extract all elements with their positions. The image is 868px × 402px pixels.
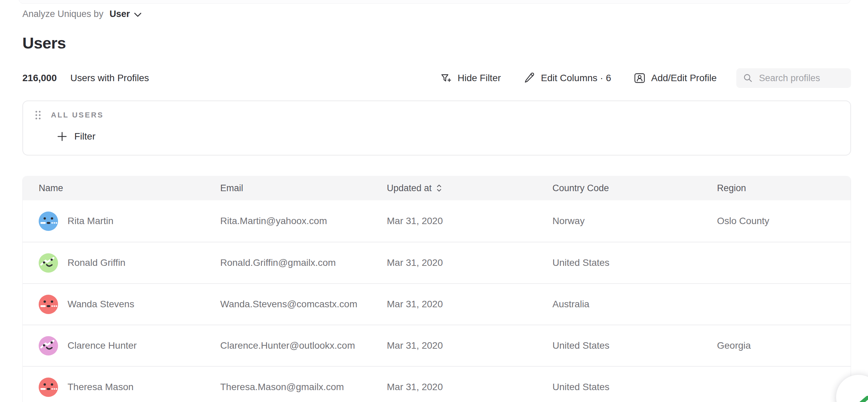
filter-card: ALL USERS Filter (22, 100, 851, 156)
cell-region: Georgia (701, 340, 851, 351)
cell-region: Oslo County (701, 216, 851, 226)
cell-country: Australia (536, 299, 701, 310)
avatar-face-icon (39, 295, 58, 314)
column-header-region[interactable]: Region (701, 183, 851, 194)
add-filter-button[interactable]: Filter (57, 131, 95, 142)
avatar-face-icon (39, 212, 58, 231)
column-header-country-code[interactable]: Country Code (536, 183, 701, 194)
cell-name: Theresa Mason (68, 382, 134, 392)
cell-name-container: Ronald Griffin (23, 253, 204, 273)
filter-group-label: ALL USERS (51, 111, 104, 120)
analyze-uniques-row: Analyze Uniques by User (22, 9, 851, 19)
profile-badge-icon (634, 72, 646, 84)
table-header-row: Name Email Updated at Country Code Regio… (23, 176, 851, 200)
drag-handle[interactable] (35, 110, 42, 120)
analyze-uniques-value: User (110, 9, 130, 19)
avatar-face-icon (39, 253, 58, 273)
cell-name: Rita Martin (68, 216, 113, 226)
search-profiles-box[interactable] (736, 68, 851, 88)
cell-updated: Mar 31, 2020 (371, 216, 536, 226)
cell-email: Theresa.Mason@gmailx.com (204, 382, 371, 392)
table-row[interactable]: Theresa Mason Theresa.Mason@gmailx.com M… (23, 366, 851, 402)
table-row[interactable]: Clarence Hunter Clarence.Hunter@outlookx… (23, 325, 851, 366)
cell-name: Ronald Griffin (68, 257, 126, 268)
cell-name-container: Wanda Stevens (23, 295, 204, 314)
edit-columns-label: Edit Columns · 6 (541, 73, 611, 84)
user-avatar (39, 336, 58, 355)
drag-handle-icon (35, 110, 42, 120)
cell-name-container: Clarence Hunter (23, 336, 204, 355)
cell-email: Rita.Martin@yahoox.com (204, 216, 371, 226)
table-row[interactable]: Rita Martin Rita.Martin@yahoox.com Mar 3… (23, 200, 851, 242)
cell-country: Norway (536, 216, 701, 226)
avatar-face-icon (39, 378, 58, 397)
analyze-uniques-label: Analyze Uniques by (22, 9, 103, 19)
cell-email: Wanda.Stevens@comcastx.com (204, 299, 371, 310)
column-header-updated-at[interactable]: Updated at (371, 183, 536, 194)
sort-icon (436, 184, 442, 192)
search-icon (743, 72, 753, 84)
toolbar-row: 216,000 Users with Profiles Hide Filter … (22, 68, 851, 88)
users-page: Analyze Uniques by User Users 216,000 Us… (22, 0, 851, 402)
column-header-name[interactable]: Name (23, 183, 204, 194)
cell-country: United States (536, 257, 701, 268)
table-row[interactable]: Ronald Griffin Ronald.Griffin@gmailx.com… (23, 242, 851, 283)
user-avatar (39, 212, 58, 231)
page-title: Users (22, 34, 851, 52)
hide-filter-button[interactable]: Hide Filter (440, 72, 501, 84)
cell-updated: Mar 31, 2020 (371, 382, 536, 392)
funnel-plus-icon (440, 72, 452, 84)
add-edit-profile-label: Add/Edit Profile (651, 73, 717, 84)
profiles-count-group: 216,000 Users with Profiles (22, 73, 149, 84)
profiles-count: 216,000 (22, 73, 57, 84)
cell-updated: Mar 31, 2020 (371, 257, 536, 268)
table-row[interactable]: Wanda Stevens Wanda.Stevens@comcastx.com… (23, 283, 851, 325)
cell-email: Ronald.Griffin@gmailx.com (204, 257, 371, 268)
toolbar-actions: Hide Filter Edit Columns · 6 Add/Edit Pr… (440, 68, 851, 88)
users-table: Name Email Updated at Country Code Regio… (22, 176, 851, 402)
chevron-down-icon (134, 13, 141, 17)
cell-updated: Mar 31, 2020 (371, 299, 536, 310)
cell-country: United States (536, 340, 701, 351)
plus-icon (57, 131, 68, 142)
cell-name-container: Rita Martin (23, 212, 204, 231)
cell-name-container: Theresa Mason (23, 378, 204, 397)
table-body: Rita Martin Rita.Martin@yahoox.com Mar 3… (23, 200, 851, 402)
cell-name: Clarence Hunter (68, 340, 137, 351)
cell-country: United States (536, 382, 701, 392)
avatar-face-icon (39, 336, 58, 355)
user-avatar (39, 253, 58, 273)
profiles-count-label: Users with Profiles (70, 73, 149, 84)
edit-columns-button[interactable]: Edit Columns · 6 (523, 72, 611, 84)
analyze-uniques-dropdown[interactable]: User (110, 9, 141, 19)
cell-email: Clarence.Hunter@outlookx.com (204, 340, 371, 351)
add-edit-profile-button[interactable]: Add/Edit Profile (634, 72, 717, 84)
cell-name: Wanda Stevens (68, 299, 134, 310)
add-filter-label: Filter (74, 131, 95, 142)
hide-filter-label: Hide Filter (457, 73, 501, 84)
user-avatar (39, 378, 58, 397)
cell-updated: Mar 31, 2020 (371, 340, 536, 351)
pencil-icon (523, 72, 535, 84)
search-profiles-input[interactable] (759, 73, 844, 84)
column-header-email[interactable]: Email (204, 183, 371, 194)
filter-group-header: ALL USERS (35, 110, 104, 120)
user-avatar (39, 295, 58, 314)
